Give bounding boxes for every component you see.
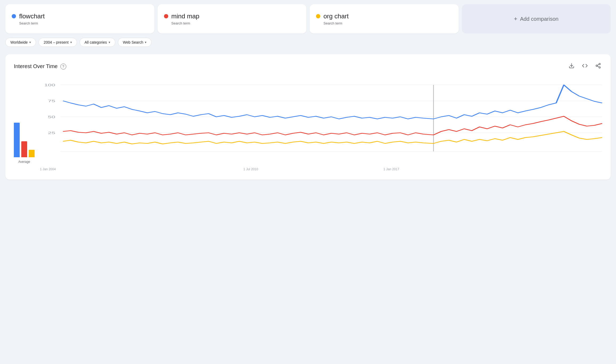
filter-timerange-label: 2004 – present xyxy=(44,40,68,44)
avg-bar-mindmap xyxy=(21,141,27,157)
svg-line-5 xyxy=(597,64,599,65)
question-mark-icon: ? xyxy=(62,64,64,68)
term-header-mindmap: mind map xyxy=(164,13,300,20)
chart-title-row: Interest Over Time ? xyxy=(14,63,66,69)
term-name-mindmap: mind map xyxy=(171,13,199,20)
chevron-down-icon: ▾ xyxy=(145,40,146,44)
x-label-2004: 1 Jan 2004 xyxy=(40,167,180,171)
x-label-2017: 1 Jan 2017 xyxy=(321,167,462,171)
search-term-card-orgchart[interactable]: org chart Search term xyxy=(310,4,459,34)
chart-area: Average 100 75 50 25 xyxy=(14,80,602,171)
download-icon xyxy=(569,63,574,69)
filters-row: Worldwide ▾ 2004 – present ▾ All categor… xyxy=(5,38,611,47)
embed-button[interactable] xyxy=(581,62,589,71)
embed-icon xyxy=(582,63,588,69)
svg-text:75: 75 xyxy=(48,99,55,103)
chevron-down-icon: ▾ xyxy=(29,40,31,44)
red-line xyxy=(63,116,602,135)
term-header-flowchart: flowchart xyxy=(12,13,148,20)
svg-text:25: 25 xyxy=(48,131,55,135)
bars-container xyxy=(14,115,35,157)
filter-category-label: All categories xyxy=(85,40,107,44)
term-subtitle-flowchart: Search term xyxy=(19,21,148,25)
term-name-orgchart: org chart xyxy=(323,13,349,20)
chevron-down-icon: ▾ xyxy=(109,40,110,44)
x-axis-labels: 1 Jan 2004 1 Jul 2010 1 Jan 2017 xyxy=(40,166,602,171)
svg-line-4 xyxy=(597,66,599,67)
interest-over-time-panel: Interest Over Time ? xyxy=(5,54,611,180)
share-button[interactable] xyxy=(594,62,602,71)
term-subtitle-mindmap: Search term xyxy=(171,21,300,25)
search-terms-row: flowchart Search term mind map Search te… xyxy=(5,4,611,34)
avg-bar-flowchart xyxy=(14,123,20,157)
top-section: flowchart Search term mind map Search te… xyxy=(0,0,616,50)
term-subtitle-orgchart: Search term xyxy=(323,21,452,25)
line-chart: 100 75 50 25 xyxy=(40,80,602,165)
chart-header: Interest Over Time ? xyxy=(14,62,602,71)
filter-category[interactable]: All categories ▾ xyxy=(80,38,115,47)
chart-title: Interest Over Time xyxy=(14,63,58,69)
chart-actions xyxy=(568,62,602,71)
avg-bar-orgchart xyxy=(29,150,35,157)
filter-location[interactable]: Worldwide ▾ xyxy=(5,38,36,47)
x-label-end xyxy=(462,167,602,171)
search-term-card-flowchart[interactable]: flowchart Search term xyxy=(5,4,154,34)
term-header-orgchart: org chart xyxy=(316,13,452,20)
filter-timerange[interactable]: 2004 – present ▾ xyxy=(39,38,77,47)
avg-label: Average xyxy=(18,160,30,164)
chevron-down-icon: ▾ xyxy=(70,40,72,44)
download-button[interactable] xyxy=(568,62,576,71)
blue-line xyxy=(63,85,602,119)
dot-flowchart xyxy=(12,14,16,18)
filter-search-type[interactable]: Web Search ▾ xyxy=(118,38,152,47)
svg-text:100: 100 xyxy=(44,83,55,87)
help-icon[interactable]: ? xyxy=(60,64,66,69)
term-name-flowchart: flowchart xyxy=(19,13,45,20)
add-comparison-label: Add comparison xyxy=(520,16,558,22)
x-label-2010: 1 Jul 2010 xyxy=(180,167,321,171)
average-bars: Average xyxy=(14,115,35,171)
add-icon: + xyxy=(514,15,518,22)
line-chart-wrapper: 100 75 50 25 1 Jan 2004 1 Jul 2010 1 Jan… xyxy=(40,80,602,171)
share-icon xyxy=(595,63,601,69)
search-term-card-mindmap[interactable]: mind map Search term xyxy=(158,4,307,34)
filter-location-label: Worldwide xyxy=(10,40,28,44)
svg-text:50: 50 xyxy=(48,115,55,119)
add-comparison-card[interactable]: + Add comparison xyxy=(462,4,611,34)
filter-search-type-label: Web Search xyxy=(123,40,143,44)
dot-orgchart xyxy=(316,14,320,18)
dot-mindmap xyxy=(164,14,168,18)
